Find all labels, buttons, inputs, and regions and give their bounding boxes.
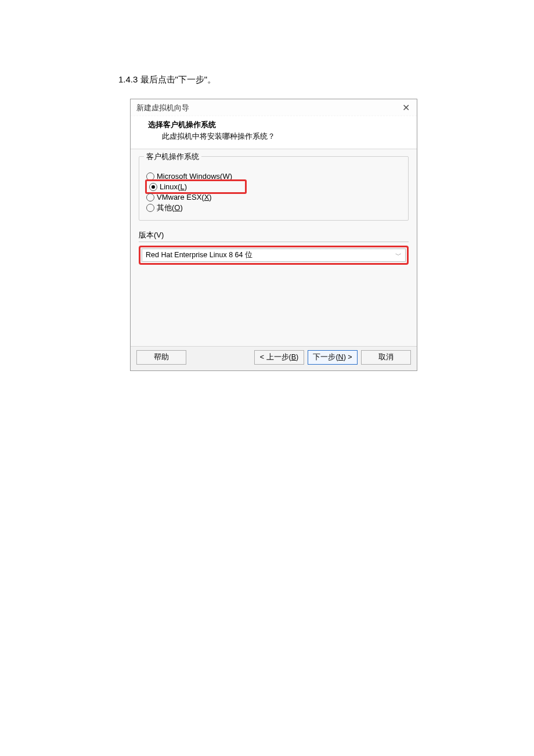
version-label: 版本(V) bbox=[139, 230, 409, 242]
help-button[interactable]: 帮助 bbox=[136, 350, 186, 365]
dialog-title: 新建虚拟机向导 bbox=[136, 103, 189, 113]
document-caption: 1.4.3 最后点击"下一步"。 bbox=[118, 74, 216, 85]
radio-icon bbox=[146, 193, 154, 201]
highlight-linux: Linux(L) bbox=[145, 179, 247, 194]
highlight-version: Red Hat Enterprise Linux 8 64 位 ﹀ bbox=[139, 246, 409, 265]
radio-label: 其他(O) bbox=[157, 203, 183, 213]
next-button[interactable]: 下一步(N) > bbox=[308, 350, 358, 365]
radio-icon bbox=[149, 183, 157, 191]
dialog-content: 客户机操作系统 Microsoft Windows(W) Linux(L) bbox=[131, 149, 417, 346]
radio-icon bbox=[146, 204, 154, 212]
radio-label: Linux(L) bbox=[160, 182, 187, 191]
dialog-titlebar: 新建虚拟机向导 ✕ bbox=[131, 99, 417, 116]
radio-other[interactable]: 其他(O) bbox=[145, 203, 402, 213]
guest-os-fieldset: 客户机操作系统 Microsoft Windows(W) Linux(L) bbox=[139, 156, 409, 221]
chevron-down-icon: ﹀ bbox=[395, 251, 402, 260]
version-select-value: Red Hat Enterprise Linux 8 64 位 bbox=[146, 250, 252, 260]
back-button[interactable]: < 上一步(B) bbox=[254, 350, 304, 365]
dialog-header: 选择客户机操作系统 此虚拟机中将安装哪种操作系统？ bbox=[131, 116, 417, 149]
header-subtitle: 此虚拟机中将安装哪种操作系统？ bbox=[162, 131, 405, 142]
new-vm-wizard-dialog: 新建虚拟机向导 ✕ 选择客户机操作系统 此虚拟机中将安装哪种操作系统？ 客户机操… bbox=[130, 99, 417, 371]
version-select[interactable]: Red Hat Enterprise Linux 8 64 位 ﹀ bbox=[142, 249, 406, 262]
header-title: 选择客户机操作系统 bbox=[148, 120, 405, 130]
close-icon[interactable]: ✕ bbox=[400, 103, 412, 113]
radio-label: VMware ESX(X) bbox=[157, 193, 212, 201]
radio-linux[interactable]: Linux(L) bbox=[148, 182, 188, 191]
guest-os-legend: 客户机操作系统 bbox=[144, 152, 201, 162]
radio-vmware-esx[interactable]: VMware ESX(X) bbox=[145, 193, 402, 201]
cancel-button[interactable]: 取消 bbox=[361, 350, 411, 365]
dialog-footer: 帮助 < 上一步(B) 下一步(N) > 取消 bbox=[131, 346, 417, 370]
